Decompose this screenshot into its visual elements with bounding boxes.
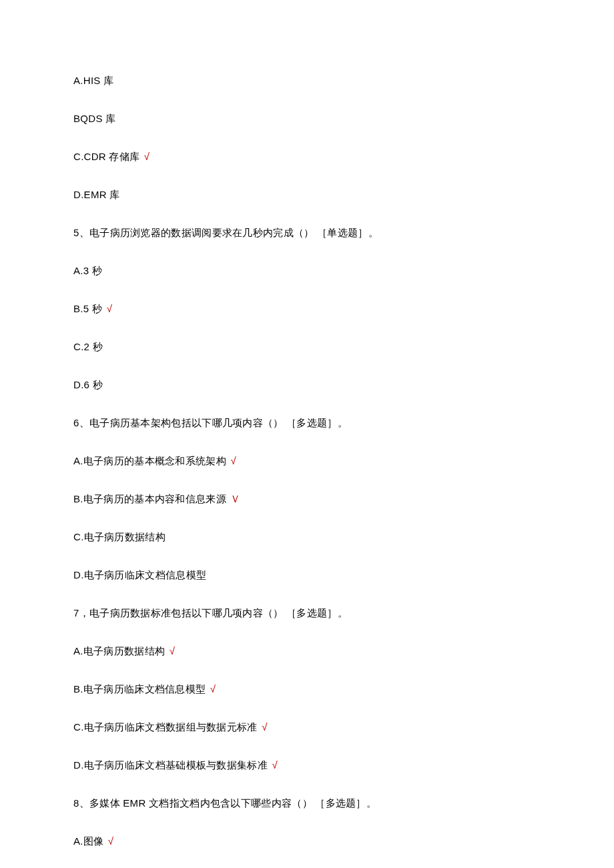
line-text: A.HIS 库 xyxy=(73,75,113,86)
line-text: D.6 秒 xyxy=(73,379,103,390)
text-line: 7，电子病历数据标准包括以下哪几项内容（） ［多选题］。 xyxy=(73,606,541,620)
text-line: D.6 秒 xyxy=(73,378,541,392)
line-text: A.图像 xyxy=(73,835,103,847)
check-mark-icon: √ xyxy=(210,683,216,695)
line-text: D.EMR 库 xyxy=(73,189,120,200)
check-mark-icon: √ xyxy=(144,151,150,162)
line-text: 5、电子病历浏览器的数据调阅要求在几秒内完成（） ［单选题］。 xyxy=(73,227,378,238)
text-line: D.电子病历临床文档基础模板与数据集标准 √ xyxy=(73,758,541,772)
line-text: B.电子病历临床文档信息模型 xyxy=(73,683,206,695)
check-mark-icon: Ｖ xyxy=(230,493,240,504)
line-text: A.电子病历数据结构 xyxy=(73,645,165,657)
text-line: A.3 秒 xyxy=(73,264,541,278)
line-text: C.电子病历数据结构 xyxy=(73,531,166,542)
text-line: 6、电子病历基本架构包括以下哪几项内容（） ［多选题］。 xyxy=(73,416,541,430)
line-text: BQDS 库 xyxy=(73,113,115,124)
line-text: C.2 秒 xyxy=(73,341,103,352)
text-line: 5、电子病历浏览器的数据调阅要求在几秒内完成（） ［单选题］。 xyxy=(73,226,541,240)
line-text: C.CDR 存储库 xyxy=(73,151,139,162)
document-page: A.HIS 库BQDS 库C.CDR 存储库 √D.EMR 库5、电子病历浏览器… xyxy=(0,0,614,868)
check-mark-icon: √ xyxy=(108,835,114,847)
text-line: B.5 秒 √ xyxy=(73,302,541,316)
line-text: 7，电子病历数据标准包括以下哪几项内容（） ［多选题］。 xyxy=(73,607,348,618)
text-line: C.CDR 存储库 √ xyxy=(73,149,541,163)
text-line: A.电子病历的基本概念和系统架构 √ xyxy=(73,454,541,468)
check-mark-icon: √ xyxy=(272,759,278,771)
check-mark-icon: √ xyxy=(262,721,268,733)
text-line: D.EMR 库 xyxy=(73,187,541,201)
line-text: A.电子病历的基本概念和系统架构 xyxy=(73,455,226,466)
text-line: C.电子病历临床文档数据组与数据元标准 √ xyxy=(73,720,541,734)
line-text: B.电子病历的基本内容和信息来源 xyxy=(73,493,226,504)
text-line: C.电子病历数据结构 xyxy=(73,530,541,544)
text-line: B.电子病历的基本内容和信息来源 Ｖ xyxy=(73,492,541,506)
text-line: BQDS 库 xyxy=(73,111,541,125)
check-mark-icon: √ xyxy=(170,645,176,657)
text-line: C.2 秒 xyxy=(73,340,541,354)
check-mark-icon: √ xyxy=(230,455,236,466)
text-line: D.电子病历临床文档信息模型 xyxy=(73,568,541,582)
text-line: A.HIS 库 xyxy=(73,73,541,87)
line-text: A.3 秒 xyxy=(73,265,102,276)
check-mark-icon: √ xyxy=(107,303,113,314)
line-text: B.5 秒 xyxy=(73,303,102,314)
text-line: 8、多媒体 EMR 文档指文档内包含以下哪些内容（） ［多选题］。 xyxy=(73,796,541,810)
line-text: D.电子病历临床文档信息模型 xyxy=(73,569,206,580)
text-line: B.电子病历临床文档信息模型 √ xyxy=(73,682,541,696)
line-text: 6、电子病历基本架构包括以下哪几项内容（） ［多选题］。 xyxy=(73,417,348,428)
text-line: A.图像 √ xyxy=(73,834,541,848)
line-text: D.电子病历临床文档基础模板与数据集标准 xyxy=(73,759,268,771)
line-text: 8、多媒体 EMR 文档指文档内包含以下哪些内容（） ［多选题］。 xyxy=(73,797,376,809)
text-line: A.电子病历数据结构 √ xyxy=(73,644,541,658)
line-text: C.电子病历临床文档数据组与数据元标准 xyxy=(73,721,258,733)
